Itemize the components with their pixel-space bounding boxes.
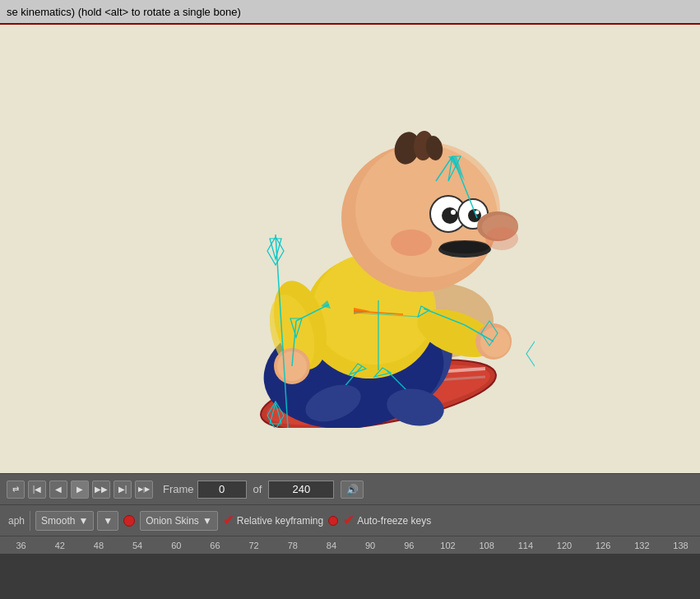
svg-marker-61: [526, 341, 535, 366]
smooth-dropdown[interactable]: Smooth ▼: [35, 511, 94, 531]
timeline-controls: ⇄ |◀ ◀ ▶ ▶▶ ▶| ▶|▶ Frame 0 of 240 🔊: [0, 473, 700, 504]
ruler-num-8: 84: [312, 541, 350, 550]
ruler-num-16: 132: [623, 541, 661, 550]
ruler-num-4: 60: [157, 541, 196, 550]
prev-frame-button[interactable]: ◀: [49, 481, 67, 499]
ruler-num-11: 102: [429, 541, 467, 550]
ruler-num-9: 90: [351, 541, 390, 550]
frame-current-input[interactable]: 0: [197, 481, 247, 499]
of-label: of: [253, 483, 262, 495]
ruler-num-3: 54: [118, 541, 157, 550]
relative-keyframing-label: Relative keyframing: [237, 515, 323, 527]
play-button[interactable]: ▶: [71, 481, 89, 499]
svg-point-25: [391, 230, 432, 256]
ruler-num-1: 42: [40, 541, 79, 550]
bottom-toolbar: aph Smooth ▼ ▼ Onion Skins ▼ ✔ Relative …: [0, 504, 700, 536]
ruler-num-10: 96: [390, 541, 429, 550]
ruler-num-0: 36: [2, 541, 40, 550]
svg-point-24: [440, 240, 489, 253]
ruler-num-14: 120: [545, 541, 583, 550]
ruler-num-5: 66: [196, 541, 234, 550]
canvas-area: [0, 25, 700, 473]
ruler-num-17: 138: [661, 541, 700, 550]
smooth-group: Smooth ▼ ▼: [35, 511, 118, 531]
svg-point-26: [485, 227, 518, 250]
smooth-extra-dropdown[interactable]: ▼: [97, 511, 118, 531]
go-end-button[interactable]: ▶|▶: [135, 481, 153, 499]
status-text: se kinematics) (hold <alt> to rotate a s…: [7, 6, 241, 18]
ruler-num-15: 126: [584, 541, 623, 550]
onion-skins-label: Onion Skins: [146, 515, 199, 527]
fast-forward-button[interactable]: ▶▶: [92, 481, 110, 499]
sound-button[interactable]: 🔊: [341, 481, 364, 499]
smooth-label: Smooth: [41, 515, 75, 527]
timeline-numbers: 36 42 48 54 60 66 72 78 84 90 96 102 108…: [0, 536, 700, 554]
go-start-button[interactable]: |◀: [28, 481, 46, 499]
ruler-num-2: 48: [79, 541, 118, 550]
ruler-num-6: 72: [234, 541, 273, 550]
loop-button[interactable]: ⇄: [7, 481, 25, 499]
relative-keyframing-red-indicator: [328, 516, 338, 526]
svg-point-19: [451, 210, 456, 215]
ruler-num-7: 78: [273, 541, 312, 550]
go-end-alt-button[interactable]: ▶|: [114, 481, 132, 499]
relative-keyframing-check-icon: ✔: [223, 513, 234, 528]
graph-label: aph: [3, 511, 30, 531]
svg-point-17: [442, 207, 458, 224]
ruler-num-13: 114: [506, 541, 545, 550]
auto-freeze-check-icon: ✔: [343, 513, 354, 528]
ruler-numbers-container: 36 42 48 54 60 66 72 78 84 90 96 102 108…: [0, 536, 700, 554]
onion-skins-arrow-icon: ▼: [202, 515, 212, 527]
auto-freeze-group[interactable]: ✔ Auto-freeze keys: [343, 513, 431, 528]
character-container: [123, 74, 535, 428]
frame-label: Frame: [163, 483, 194, 495]
status-bar: se kinematics) (hold <alt> to rotate a s…: [0, 0, 700, 25]
onion-skins-group: Onion Skins ▼: [140, 511, 218, 531]
relative-keyframing-group[interactable]: ✔ Relative keyframing: [223, 513, 338, 528]
frame-total-input[interactable]: 240: [268, 481, 334, 499]
smooth-extra-arrow-icon: ▼: [103, 515, 113, 527]
auto-freeze-label: Auto-freeze keys: [357, 515, 431, 527]
record-indicator: [123, 515, 135, 527]
svg-point-33: [480, 327, 510, 357]
smooth-arrow-icon: ▼: [78, 515, 88, 527]
ruler-num-12: 108: [467, 541, 506, 550]
onion-skins-dropdown[interactable]: Onion Skins ▼: [140, 511, 218, 531]
